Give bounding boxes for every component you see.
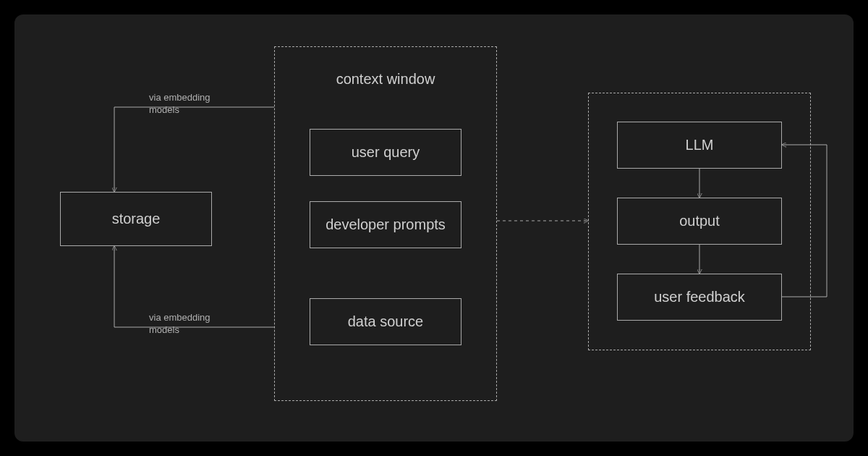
data-source-box: data source — [310, 298, 461, 345]
data-source-label: data source — [348, 313, 424, 330]
user-query-label: user query — [352, 144, 420, 161]
edge-label-bottom: via embedding models — [149, 312, 210, 337]
developer-prompts-label: developer prompts — [326, 216, 446, 233]
output-label: output — [679, 213, 720, 229]
user-feedback-box: user feedback — [617, 274, 782, 321]
output-box: output — [617, 198, 782, 245]
edge-label-top: via embedding models — [149, 92, 210, 117]
storage-label: storage — [112, 211, 161, 227]
user-feedback-label: user feedback — [654, 289, 745, 305]
developer-prompts-box: developer prompts — [310, 201, 461, 248]
storage-box: storage — [60, 192, 212, 246]
llm-label: LLM — [686, 137, 714, 153]
diagram-frame: storage context window user query develo… — [14, 14, 854, 442]
user-query-box: user query — [310, 129, 461, 176]
context-window-title: context window — [274, 71, 497, 88]
llm-box: LLM — [617, 122, 782, 169]
arrow-context-to-storage-top — [114, 107, 274, 192]
